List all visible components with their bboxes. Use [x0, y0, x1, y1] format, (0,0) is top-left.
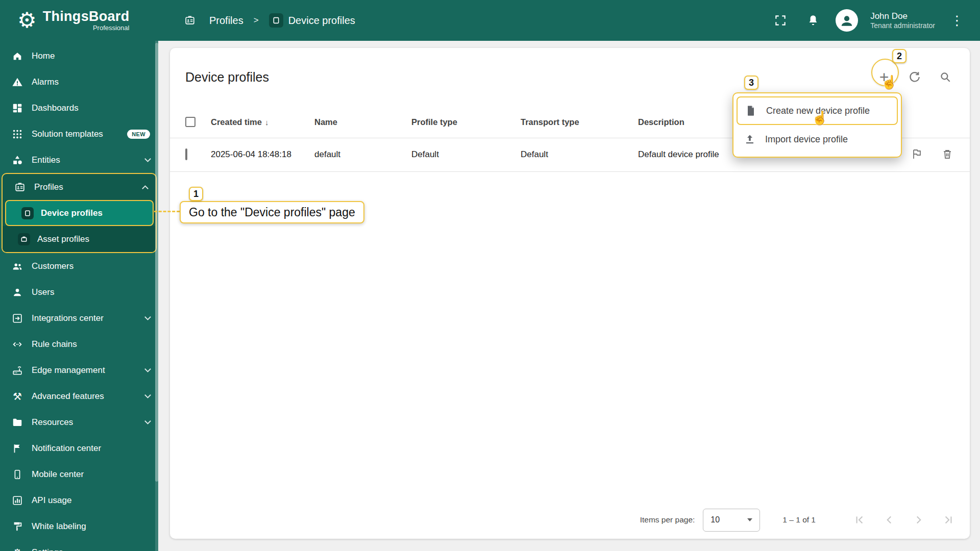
sidebar-item-dashboards[interactable]: Dashboards	[0, 95, 158, 121]
sidebar-item-label: Settings	[32, 547, 63, 551]
fullscreen-button[interactable]	[770, 10, 791, 31]
entities-icon	[11, 154, 23, 166]
breadcrumb: Profiles > Device profiles	[184, 13, 355, 28]
sidebar-item-mobile-center[interactable]: Mobile center	[0, 461, 158, 487]
breadcrumb-profiles[interactable]: Profiles	[184, 14, 243, 27]
sidebar-item-label: Device profiles	[41, 208, 103, 218]
refresh-button[interactable]	[904, 67, 925, 87]
breadcrumb-label: Device profiles	[288, 15, 355, 27]
items-per-page-label: Items per page:	[640, 515, 695, 524]
mobile-center-icon	[11, 468, 23, 481]
select-dropdown-icon	[747, 518, 752, 521]
sidebar-item-alarms[interactable]: Alarms	[0, 69, 158, 95]
breadcrumb-separator: >	[254, 15, 259, 26]
sidebar-group-profiles: Profiles Device profiles Asset profiles	[2, 173, 157, 253]
sidebar-item-resources[interactable]: Resources	[0, 409, 158, 435]
home-icon	[11, 50, 23, 62]
sidebar-item-label: Advanced features	[32, 391, 104, 402]
solution-templates-icon	[11, 128, 23, 140]
column-header-transport-type[interactable]: Transport type	[517, 117, 634, 127]
notification-center-icon	[11, 442, 23, 455]
select-all-checkbox[interactable]	[185, 117, 195, 127]
logo-gear-icon: ⚙	[17, 10, 37, 31]
user-menu[interactable]: John Doe Tenant administrator	[870, 11, 935, 31]
menu-item-import-device-profile[interactable]: Import device profile	[737, 125, 898, 154]
notifications-bell-button[interactable]	[803, 10, 823, 31]
upload-icon	[744, 133, 756, 145]
items-per-page-select[interactable]: 10	[703, 509, 760, 532]
rule-chains-icon	[11, 338, 23, 350]
breadcrumb-label: Profiles	[209, 15, 243, 27]
chevron-up-icon	[142, 185, 149, 192]
step1-badge: 1	[189, 187, 203, 201]
new-badge: NEW	[127, 130, 150, 139]
sidebar-item-device-profiles[interactable]: Device profiles	[5, 200, 154, 226]
alarms-icon	[11, 76, 23, 88]
sidebar-item-label: Integrations center	[32, 313, 104, 323]
page-range-label: 1 – 1 of 1	[782, 515, 816, 524]
sidebar-item-label: Edge management	[32, 365, 105, 375]
sidebar-item-label: Alarms	[32, 77, 59, 87]
search-button[interactable]	[935, 67, 955, 87]
user-role: Tenant administrator	[870, 21, 935, 31]
sidebar-item-advanced-features[interactable]: ⚒ Advanced features	[0, 383, 158, 409]
last-page-button[interactable]	[936, 508, 961, 532]
page-title: Device profiles	[185, 70, 269, 85]
kebab-menu-icon[interactable]: ⋮	[947, 13, 967, 29]
sidebar-item-home[interactable]: Home	[0, 43, 158, 69]
sidebar-item-white-labeling[interactable]: White labeling	[0, 513, 158, 539]
sidebar-item-label: Mobile center	[32, 469, 84, 480]
step1-connector-line	[154, 211, 180, 212]
column-header-profile-type[interactable]: Profile type	[407, 117, 517, 127]
user-name: John Doe	[870, 11, 935, 21]
device-profile-icon	[269, 13, 283, 28]
sidebar-item-label: Solution templates	[32, 129, 103, 139]
sidebar-item-label: API usage	[32, 495, 71, 506]
sidebar-item-asset-profiles[interactable]: Asset profiles	[3, 226, 156, 252]
sidebar-item-integrations-center[interactable]: Integrations center	[0, 305, 158, 331]
sidebar-item-label: Asset profiles	[37, 234, 89, 244]
sidebar-item-solution-templates[interactable]: Solution templates NEW	[0, 121, 158, 147]
topbar: ⚙ ThingsBoard Professional Profiles > De…	[0, 0, 980, 41]
logo-title: ThingsBoard	[43, 9, 130, 23]
sidebar-item-label: Rule chains	[32, 339, 77, 349]
sidebar-item-edge-management[interactable]: Edge management	[0, 357, 158, 383]
next-page-button[interactable]	[906, 508, 931, 532]
sidebar-item-rule-chains[interactable]: Rule chains	[0, 331, 158, 357]
customers-icon	[11, 260, 23, 272]
sidebar-item-customers[interactable]: Customers	[0, 253, 158, 279]
menu-item-label: Import device profile	[765, 134, 848, 145]
row-checkbox[interactable]	[185, 148, 187, 160]
sidebar-item-settings[interactable]: ⚙ Settings	[0, 539, 158, 551]
previous-page-button[interactable]	[877, 508, 901, 532]
sidebar-item-entities[interactable]: Entities	[0, 147, 158, 173]
sidebar-item-label: Notification center	[32, 443, 101, 454]
sidebar-item-label: Dashboards	[32, 103, 79, 113]
sidebar-item-profiles[interactable]: Profiles	[3, 174, 156, 200]
column-header-name[interactable]: Name	[310, 117, 407, 127]
chevron-down-icon	[144, 392, 151, 398]
sidebar-scrollbar[interactable]	[155, 41, 158, 551]
step1-label: Go to the "Device profiles" page	[180, 201, 364, 223]
first-page-button[interactable]	[847, 508, 872, 532]
cell-name: default	[310, 149, 407, 160]
delete-button[interactable]	[941, 148, 954, 161]
sidebar-item-users[interactable]: Users	[0, 279, 158, 305]
chevron-down-icon	[144, 314, 151, 320]
chevron-down-icon	[144, 366, 151, 372]
cursor-hand-icon: ☝	[881, 74, 897, 90]
paginator: Items per page: 10 1 – 1 of 1	[170, 501, 970, 539]
set-default-flag-button[interactable]	[911, 148, 924, 161]
sidebar-item-label: Resources	[32, 417, 73, 428]
profiles-icon	[14, 181, 26, 193]
sidebar-item-label: Customers	[32, 261, 74, 271]
sidebar-item-notification-center[interactable]: Notification center	[0, 435, 158, 461]
app-logo[interactable]: ⚙ ThingsBoard Professional	[0, 9, 158, 32]
sidebar-item-api-usage[interactable]: API usage	[0, 487, 158, 513]
user-avatar[interactable]	[836, 9, 858, 32]
sort-desc-icon: ↓	[265, 118, 269, 127]
cell-profile-type: Default	[407, 149, 517, 160]
column-header-created-time[interactable]: Created time↓	[207, 117, 310, 127]
breadcrumb-device-profiles[interactable]: Device profiles	[269, 13, 355, 28]
cursor-hand-icon: ☝	[812, 110, 828, 126]
